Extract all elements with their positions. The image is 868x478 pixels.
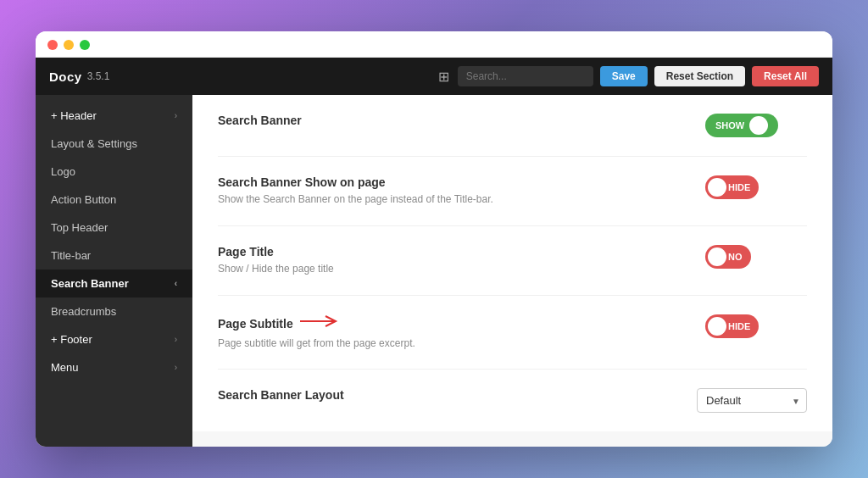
toggle-knob [708,317,726,336]
reset-all-button[interactable]: Reset All [752,66,819,86]
sidebar: + Header › Layout & Settings Logo Action… [36,95,192,447]
title-bar-chrome [36,31,832,58]
setting-label-page-title: Page Title Show / Hide the page title [218,245,705,276]
toggle-show-search-banner[interactable]: SHOW [705,114,778,137]
top-nav: Docy 3.5.1 ⊞ Save Reset Section Reset Al… [36,58,832,95]
sidebar-item-footer[interactable]: + Footer › [36,325,192,353]
active-arrow-icon: ‹ [175,279,177,288]
sidebar-item-action-button[interactable]: Action Button [36,186,192,214]
setting-row-search-banner: Search Banner SHOW [218,95,807,157]
toggle-knob [708,178,726,197]
dropdown-wrapper-banner-layout: Default Centered Full Width ▼ [697,388,807,413]
setting-title-page-title: Page Title [218,245,705,258]
sidebar-item-layout-settings[interactable]: Layout & Settings [36,130,192,158]
sidebar-item-title-bar[interactable]: Title-bar [36,242,192,270]
toggle-knob [749,116,768,135]
toggle-knob [708,247,726,266]
sidebar-item-header[interactable]: + Header › [36,102,192,130]
chevron-icon: › [175,111,177,120]
sidebar-item-menu[interactable]: Menu › [36,353,192,381]
main-content: Search Banner SHOW Search Banner Show on… [192,95,832,447]
setting-row-banner-show-page: Search Banner Show on page Show the Sear… [218,157,807,226]
reset-section-button[interactable]: Reset Section [654,66,745,86]
maximize-button[interactable] [80,40,90,50]
toggle-hide-page-subtitle[interactable]: HIDE [705,314,759,338]
save-button[interactable]: Save [600,66,648,86]
footer-chevron-icon: › [175,335,177,344]
setting-label-page-subtitle: Page Subtitle Page subtitle will get fro… [218,314,705,351]
red-arrow-icon [300,314,347,333]
setting-control-banner-show-page: HIDE [705,175,807,199]
setting-control-banner-layout: Default Centered Full Width ▼ [697,388,807,413]
toggle-hide-banner-show-page[interactable]: HIDE [705,175,759,199]
setting-desc-page-title: Show / Hide the page title [218,262,506,276]
setting-label-banner-layout: Search Banner Layout [218,388,697,405]
setting-title-banner-show-page: Search Banner Show on page [218,175,705,189]
setting-control-page-title: NO [705,245,807,269]
setting-control-page-subtitle: HIDE [705,314,807,338]
minimize-button[interactable] [64,40,74,50]
setting-row-banner-layout: Search Banner Layout Default Centered Fu… [218,370,807,431]
setting-title-search-banner: Search Banner [218,114,705,127]
sidebar-item-top-header[interactable]: Top Header [36,214,192,242]
app-brand: Docy [49,69,82,84]
search-input[interactable] [458,66,593,86]
grid-icon[interactable]: ⊞ [438,69,449,85]
toggle-no-page-title[interactable]: NO [705,245,751,269]
app-version: 3.5.1 [87,70,110,82]
app-window: Docy 3.5.1 ⊞ Save Reset Section Reset Al… [36,31,832,447]
setting-desc-page-subtitle: Page subtitle will get from the page exc… [218,336,506,351]
app-layout: + Header › Layout & Settings Logo Action… [36,95,832,447]
setting-row-page-title: Page Title Show / Hide the page title NO [218,226,807,296]
close-button[interactable] [47,40,58,50]
setting-label-banner-show-page: Search Banner Show on page Show the Sear… [218,175,705,207]
sidebar-item-search-banner[interactable]: Search Banner ‹ [36,270,192,297]
sidebar-item-breadcrumbs[interactable]: Breadcrumbs [36,297,192,325]
setting-row-page-subtitle: Page Subtitle Page subtitle will get fro… [218,296,807,370]
menu-chevron-icon: › [175,363,177,372]
setting-label-search-banner: Search Banner [218,114,705,131]
sidebar-item-logo[interactable]: Logo [36,158,192,186]
setting-title-page-subtitle: Page Subtitle [218,314,347,333]
setting-desc-banner-show-page: Show the Search Banner on the page inste… [218,192,506,207]
settings-panel: Search Banner SHOW Search Banner Show on… [192,95,832,431]
setting-title-banner-layout: Search Banner Layout [218,388,697,402]
setting-control-search-banner: SHOW [705,114,807,137]
dropdown-banner-layout[interactable]: Default Centered Full Width [697,388,807,413]
